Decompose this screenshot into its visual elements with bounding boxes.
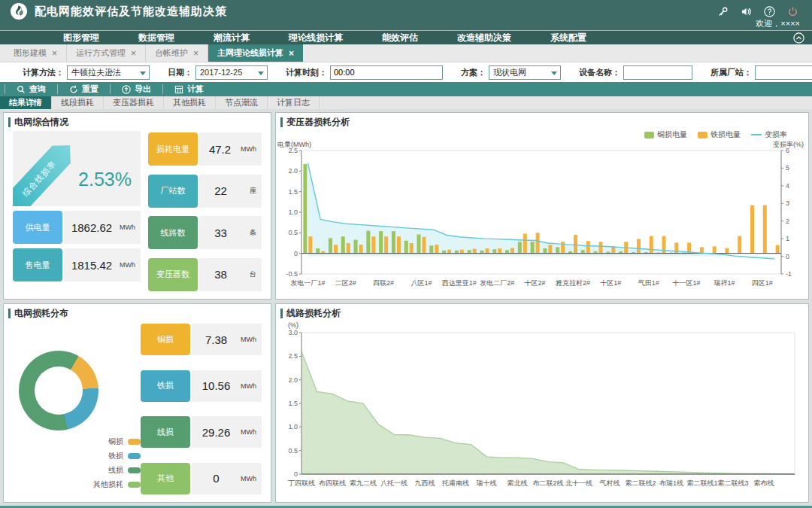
legend-item-1[interactable]: 铁损 — [62, 451, 141, 461]
stat-body: 7.38MWh — [192, 324, 262, 355]
stat-body: 29.26MWh — [192, 416, 262, 448]
stat-unit: MWh — [241, 336, 262, 343]
time-input[interactable] — [330, 65, 443, 80]
toolbar-button-label: 计算 — [187, 84, 204, 95]
svg-text:1: 1 — [786, 235, 789, 242]
close-icon[interactable]: × — [289, 49, 294, 58]
svg-text:四区1#: 四区1# — [752, 279, 773, 287]
svg-text:十区2#: 十区2# — [525, 279, 546, 287]
svg-text:雅克拉村2#: 雅克拉村2# — [555, 279, 590, 287]
stat-body: 10.56MWh — [192, 370, 262, 402]
subtab-4[interactable]: 节点潮流 — [216, 96, 268, 109]
collapse-up-icon[interactable] — [793, 32, 804, 44]
menu-item-3[interactable]: 理论线损计算 — [289, 32, 343, 44]
legend-item-0[interactable]: 铜损电量 — [644, 129, 687, 140]
stat-unit: MWh — [241, 382, 262, 390]
legend-swatch — [698, 132, 707, 138]
stat-value: 22 — [199, 184, 242, 197]
svg-text:1.5: 1.5 — [288, 188, 298, 196]
stat-value: 1862.62 — [64, 221, 120, 234]
close-icon[interactable]: × — [131, 49, 136, 58]
menu-item-2[interactable]: 潮流计算 — [214, 32, 250, 44]
stat-value: 33 — [199, 227, 242, 239]
tab-2[interactable]: 台帐维护× — [146, 44, 208, 62]
power-icon[interactable] — [787, 6, 798, 17]
svg-text:1.0: 1.0 — [288, 423, 298, 430]
help-icon[interactable] — [764, 6, 775, 17]
subtab-bar: 结果详情线段损耗变压器损耗其他损耗节点潮流计算日志 — [0, 96, 812, 109]
close-icon[interactable]: × — [52, 49, 57, 58]
station-input[interactable] — [755, 65, 812, 80]
svg-text:气村线: 气村线 — [599, 479, 620, 487]
panel-title: 变压器损耗分析 — [276, 113, 808, 129]
scheme-label: 方案： — [461, 67, 486, 78]
method-label: 计算方法： — [23, 67, 64, 78]
svg-text:布瑞1线: 布瑞1线 — [659, 479, 683, 487]
speaker-icon[interactable] — [741, 6, 752, 17]
svg-text:3: 3 — [786, 199, 789, 207]
app-logo-icon — [11, 3, 27, 20]
device-name-input[interactable] — [623, 65, 692, 80]
stat-card: 线损29.26MWh — [141, 416, 262, 448]
title-mark — [8, 309, 11, 318]
tab-label: 运行方式管理 — [76, 47, 126, 59]
tab-1[interactable]: 运行方式管理× — [67, 44, 146, 62]
legend-label: 变损率 — [765, 129, 787, 140]
panel-title: 线路损耗分析 — [276, 304, 808, 321]
overall-loss-rate-card: 综合线损率 2.53% — [13, 131, 141, 206]
legend-item-2[interactable]: 变损率 — [751, 129, 787, 140]
menu-item-5[interactable]: 改造辅助决策 — [457, 32, 511, 44]
stat-value: 1815.42 — [64, 259, 120, 272]
stat-unit: MWh — [120, 224, 141, 231]
method-select[interactable]: 牛顿拉夫逊法 — [67, 65, 150, 80]
subtab-1[interactable]: 线段损耗 — [52, 96, 104, 109]
export-icon — [122, 85, 131, 94]
toolbar-button-1[interactable]: 重置 — [57, 84, 110, 94]
svg-text:发电二厂2#: 发电二厂2# — [480, 279, 514, 287]
toolbar-button-2[interactable]: 导出 — [110, 84, 162, 94]
svg-text:电量(MWh): 电量(MWh) — [277, 141, 311, 148]
donut-legend: 铜损铁损线损其他损耗 — [62, 437, 141, 490]
legend-item-3[interactable]: 其他损耗 — [62, 479, 141, 490]
svg-text:索二联线2: 索二联线2 — [625, 479, 656, 487]
time-label: 计算时刻： — [286, 67, 327, 78]
stat-unit: MWh — [241, 475, 262, 482]
legend-label: 铁损电量 — [710, 129, 741, 140]
svg-text:2.5: 2.5 — [288, 352, 298, 360]
chevron-down-icon — [140, 71, 146, 75]
subtab-2[interactable]: 变压器损耗 — [104, 96, 164, 109]
menu-item-6[interactable]: 系统配置 — [550, 32, 586, 44]
rate-line-swatch — [751, 134, 762, 135]
legend-swatch — [128, 453, 141, 459]
subtab-5[interactable]: 计算日志 — [268, 96, 320, 109]
stat-label: 线损 — [141, 416, 190, 448]
subtab-0[interactable]: 结果详情 — [0, 96, 52, 109]
legend-item-1[interactable]: 铁损电量 — [698, 129, 741, 140]
tab-0[interactable]: 图形建模× — [5, 44, 67, 62]
stat-label: 其他 — [141, 463, 190, 494]
stat-unit: MWh — [241, 428, 262, 436]
toolbar-button-label: 查询 — [29, 84, 46, 95]
close-icon[interactable]: × — [193, 49, 198, 58]
stat-value: 29.26 — [192, 426, 241, 439]
menu-item-4[interactable]: 能效评估 — [382, 32, 418, 44]
menu-item-1[interactable]: 数据管理 — [138, 32, 174, 44]
stat-label: 损耗电量 — [148, 132, 198, 166]
tab-label: 图形建模 — [14, 47, 47, 59]
menu-item-0[interactable]: 图形管理 — [63, 32, 99, 44]
toolbar-button-0[interactable]: 查询 — [5, 84, 57, 94]
stat-unit: 座 — [242, 186, 262, 196]
subtab-3[interactable]: 其他损耗 — [164, 96, 216, 109]
scheme-select[interactable]: 现状电网 — [489, 65, 561, 80]
toolbar-button-3[interactable]: 计算 — [162, 84, 215, 94]
line-loss-chart: 3.02.52.01.51.00.50(%)丁四联线布四联线索九二线八托一线九西… — [276, 321, 805, 501]
key-icon[interactable] — [717, 6, 729, 17]
legend-item-2[interactable]: 线损 — [62, 465, 141, 476]
svg-text:索九二线: 索九二线 — [350, 479, 377, 487]
svg-text:索布线: 索布线 — [754, 479, 774, 487]
tab-3[interactable]: 主网理论线损计算× — [208, 44, 303, 62]
date-select[interactable]: 2017-12-25 — [195, 65, 268, 80]
svg-text:丁四联线: 丁四联线 — [288, 479, 315, 487]
svg-text:1.5: 1.5 — [288, 400, 298, 407]
legend-item-0[interactable]: 铜损 — [62, 437, 141, 447]
